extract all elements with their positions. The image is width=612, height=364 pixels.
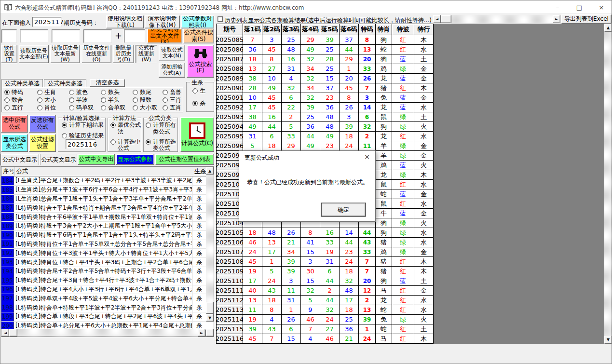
formula-row[interactable]: 184[L生肖类]平合尾+期数合+平2码+平2行+平3半波+平3半波+平2尾+平…: [1, 176, 206, 186]
invert-selection-button[interactable]: 反选所有公式: [29, 115, 56, 133]
history-row[interactable]: 202510724173415192333鸡绿金: [217, 247, 434, 257]
formula-type-option[interactable]: 大小双: [133, 104, 163, 112]
number-box-1[interactable]: [1, 29, 17, 43]
formula-hscroll-track[interactable]: [17, 329, 198, 337]
calc-option[interactable]: 验证历史结果: [62, 133, 104, 139]
formula-type-option[interactable]: 畜兽: [163, 88, 181, 96]
history-row[interactable]: 20250871881632282920狗蓝土: [217, 54, 434, 64]
formula-type-option[interactable]: 段数: [133, 96, 163, 104]
sha-sheng-option[interactable]: 生: [192, 87, 205, 95]
tab-formula-type-multi[interactable]: 公式种类多选: [44, 79, 86, 87]
dialog-close-button[interactable]: ×: [362, 152, 372, 162]
number-box-special[interactable]: [124, 29, 145, 43]
calculate-formula-button[interactable]: 计算公式(C): [180, 117, 214, 152]
formula-scroll-down-button[interactable]: ▼: [206, 314, 214, 322]
calc-option[interactable]: 计算选中公式: [110, 139, 141, 152]
formula-row[interactable]: 194[L特码类]特合尾+平2合单+平5合单+特码+平3行+平3段+平6合单+平…: [1, 267, 206, 276]
formula-type-option[interactable]: 肖位: [37, 104, 69, 112]
history-row[interactable]: 202509217452239362614龙蓝水: [217, 103, 434, 112]
clear-multi-select-button[interactable]: 清空多选: [90, 79, 125, 87]
number-box-3[interactable]: [52, 29, 80, 43]
history-row[interactable]: 2025116457154462124马红木: [217, 334, 434, 344]
next-period-input[interactable]: 2025117: [32, 17, 62, 27]
select-all-formulas-button[interactable]: 选中所有公式: [1, 115, 28, 133]
history-row[interactable]: 202508636454849254413蛇红水: [217, 45, 434, 54]
history-row[interactable]: 20251141942646242539兔绿火: [217, 315, 434, 324]
maximize-button[interactable]: □: [569, 0, 590, 14]
show-selected-class-button[interactable]: 显示所选类公式: [1, 134, 28, 152]
close-button[interactable]: ×: [591, 0, 612, 14]
formula-search-button[interactable]: 公式搜索(F): [187, 45, 214, 78]
tab-formula-chinese[interactable]: 公式中文显示: [0, 154, 39, 165]
history-row[interactable]: 202509338162254836鼠绿土: [217, 112, 434, 122]
formula-row[interactable]: 191[L特码类]特肖位+平1合单+平5单双+总分合+平5合尾+总分合尾+平4合…: [1, 240, 206, 249]
history-hscroll-thumb[interactable]: [441, 15, 451, 23]
export-to-excel-button[interactable]: 导出列表到Excel: [561, 14, 612, 24]
formula-row[interactable]: 187[L特码类]特合+平1合尾+特肖+期合尾+平3合尾+平4肖位+平2半单+特…: [1, 203, 206, 213]
formula-vscroll-track[interactable]: [206, 175, 214, 314]
formula-row[interactable]: 188[L特码类]特合+平6半波+平1半单+期数尾+平1单双+特肖位+平1波+平…: [1, 213, 206, 222]
history-row[interactable]: 20250965182949232411羊绿金: [217, 141, 434, 151]
formula-type-option[interactable]: 波色: [69, 88, 101, 96]
delete-last-history-button[interactable]: 删除最后历史号(D): [113, 45, 134, 63]
tab-formula-type-single[interactable]: 公式种类单选: [1, 79, 43, 87]
history-row[interactable]: 2025095316334449182龙红水: [217, 132, 434, 141]
formula-history-positions-button[interactable]: 公式往期位置值列表: [155, 154, 214, 165]
formula-row[interactable]: 195[L特码类]特合尾+平3肖+特合+平4行+平3波+平1合+平2码+期数合+…: [1, 276, 206, 285]
history-row[interactable]: 20251114043113224812马红金: [217, 286, 434, 296]
formula-type-option[interactable]: 五行: [4, 104, 37, 112]
history-row[interactable]: 202510919539306187猪红木: [217, 267, 434, 276]
formula-type-option[interactable]: 数头: [101, 88, 133, 96]
formula-type-option[interactable]: 三肖: [163, 96, 181, 104]
number-box-2[interactable]: [20, 29, 48, 43]
history-hscroll-track[interactable]: [441, 15, 553, 23]
formula-filter-settings-button[interactable]: 公式过滤设置: [29, 134, 56, 152]
formula-type-option[interactable]: 半头: [101, 96, 133, 104]
export-history-txt-button[interactable]: 历史号码导出文本文件(X): [147, 28, 182, 43]
usage-doc-download-button[interactable]: 使用说明文档下载(L): [106, 15, 144, 28]
history-row[interactable]: 20251051848268161444狗绿水: [217, 228, 434, 238]
formula-row[interactable]: 193[L特码类]特肖位+特合+平4半头+平3码+上期合+平2合单+平6合尾+平…: [1, 258, 206, 267]
demo-video-download-button[interactable]: 演示说明录像下载(M): [145, 15, 180, 28]
formula-row[interactable]: 192[L特码类]特肖位+平3波+平1半头+特大小+特肖位+平1大小+平5大小+…: [1, 249, 206, 258]
formula-type-option[interactable]: 五肖: [163, 104, 181, 112]
history-row[interactable]: 202511311819321813蛇红水: [217, 305, 434, 315]
formula-type-option[interactable]: 数尾: [133, 88, 163, 96]
formula-row[interactable]: 199[L特码类]特合单+特段+平3合尾+特合尾+平2尾+平6波+平4头+平4肖…: [1, 312, 206, 322]
tab-formula-english[interactable]: 公式英文显示: [40, 154, 77, 165]
calc-option[interactable]: 计算所有类公式: [146, 122, 177, 135]
history-row[interactable]: 20250944944536483932狗绿火: [217, 122, 434, 132]
calc-option[interactable]: 最优公式法: [110, 122, 141, 135]
formula-online-update-button[interactable]: 公式在线更新(W): [136, 45, 157, 63]
history-online-update-button[interactable]: 历史号文件在线更新(O): [82, 45, 111, 63]
history-row[interactable]: 202510845139331247猪红木: [217, 257, 434, 267]
history-row[interactable]: 20250881327313425133鸡绿金: [217, 64, 434, 74]
formula-type-option[interactable]: 数合: [4, 96, 37, 104]
export-formula-chinese-button[interactable]: 公式中文导出: [78, 154, 115, 165]
show-formula-params-button[interactable]: 显示公式参数: [116, 154, 154, 165]
formula-type-option[interactable]: 特码: [4, 88, 37, 96]
condition-search-button[interactable]: 公式条件搜索(S): [183, 28, 214, 43]
read-formula-text-button[interactable]: 读取公式文本(N): [159, 45, 185, 61]
read-history-new-button[interactable]: 读取历史号文本最新(W): [50, 45, 80, 63]
formula-row[interactable]: 186[L生肖类]总合尾+平1段+平1头+平1合+平3半单+平分合尾+平2单双+…: [1, 195, 206, 204]
formula-row[interactable]: 190[L特码类]特段+平6码+平1合尾+平1合+平1头+特半头+平2码+平5半…: [1, 231, 206, 240]
formula-row[interactable]: 189[L特码类]特段+平3合+平2大小+上期尾+平1段+平1合单+平5大小+平…: [1, 222, 206, 231]
history-row[interactable]: 202509110456322383兔蓝金: [217, 93, 434, 103]
formula-param-table-button[interactable]: 公式参数对照表(I): [181, 15, 214, 28]
add-formula-button[interactable]: 添加所输公式(A): [159, 63, 185, 78]
verify-period-input[interactable]: 2025116: [66, 139, 95, 149]
formula-row[interactable]: 197[L特码类]特单双+平4段+平5波+平4波+平6大小+平分尾+特合单+平4…: [1, 294, 206, 303]
sha-sheng-option[interactable]: 杀: [192, 99, 205, 108]
history-scroll-down-button[interactable]: ▼: [604, 336, 612, 344]
formula-type-option[interactable]: 合单双: [101, 104, 133, 112]
history-vscroll-track[interactable]: [604, 32, 612, 336]
formula-scroll-left-button[interactable]: ◄: [1, 329, 9, 337]
history-row[interactable]: 2025112131831544172龙红水: [217, 296, 434, 305]
minimize-button[interactable]: –: [547, 0, 568, 14]
history-row[interactable]: 20251101724315443220狗蓝土: [217, 276, 434, 286]
calc-option[interactable]: 计算所选类公式: [146, 139, 177, 152]
formula-type-option[interactable]: 生肖: [37, 88, 69, 96]
history-scroll-up-button[interactable]: ▲: [604, 24, 612, 32]
history-row[interactable]: 202511539436727361蛇红土: [217, 324, 434, 334]
